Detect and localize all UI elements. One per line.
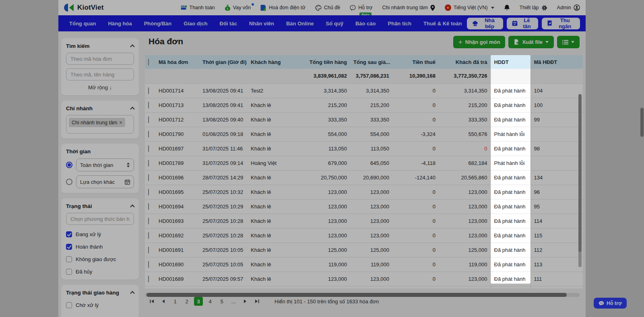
product-search-input[interactable] xyxy=(66,68,134,80)
table-row[interactable]: HD00168925/07/2025 09:57Khách lẻ123,0001… xyxy=(145,272,583,286)
row-checkbox[interactable] xyxy=(148,87,149,94)
status-option[interactable]: Hoàn thành xyxy=(66,244,134,250)
next-page-button[interactable] xyxy=(241,297,250,306)
topbar-link-einvoice[interactable]: Hoá đơn điện tử xyxy=(260,5,305,11)
column-settings-button[interactable] xyxy=(557,36,580,48)
delivery-option[interactable]: Chờ xử lý xyxy=(66,302,134,308)
scrollbar-thumb[interactable] xyxy=(578,94,582,252)
topbar-link-loans[interactable]: $ Vay vốn xyxy=(225,4,251,11)
time-range-select[interactable]: Toàn thời gian xyxy=(76,158,134,171)
nav-item-b-o-c-o[interactable]: Báo cáo xyxy=(350,18,381,29)
row-checkbox[interactable] xyxy=(148,261,149,268)
branch-multiselect[interactable]: Chi nhánh trung tâm × xyxy=(66,115,134,134)
row-checkbox[interactable] xyxy=(148,247,149,253)
branch-selector[interactable]: Chi nhánh trung tâm xyxy=(382,5,435,11)
language-selector[interactable]: ★ Tiếng Việt (VN) xyxy=(445,4,494,11)
brand-logo[interactable]: KiotViet xyxy=(64,3,104,12)
invoice-code-search-input[interactable] xyxy=(66,53,134,65)
topbar-link-payments[interactable]: Thanh toán xyxy=(181,5,215,10)
nav-item-nh-n-vi-n[interactable]: Nhân viên xyxy=(244,18,279,29)
checkbox-checked[interactable] xyxy=(66,231,72,237)
expand-link[interactable]: Mở rộng ↓ xyxy=(66,84,134,91)
collapse-chevron-icon[interactable] xyxy=(130,107,134,111)
checkbox-unchecked[interactable] xyxy=(66,256,72,262)
page-button-1[interactable]: 1 xyxy=(171,297,180,306)
table-row[interactable]: HD00169325/07/2025 10:28Khách lẻ123,0001… xyxy=(145,214,583,228)
page-button-4[interactable]: 4 xyxy=(206,297,215,306)
topbar-link-support[interactable]: ! Hỗ trợ Beta xyxy=(350,5,372,11)
support-fab-button[interactable]: Hỗ trợ xyxy=(594,298,627,309)
table-row[interactable]: HD00169731/07/2025 11:46Khách lẻ113,0501… xyxy=(145,141,583,156)
row-checkbox[interactable] xyxy=(148,276,149,282)
collapse-chevron-icon[interactable] xyxy=(130,204,134,209)
export-file-button[interactable]: Xuất file xyxy=(508,36,554,48)
row-checkbox[interactable] xyxy=(148,160,149,167)
radio-unselected[interactable] xyxy=(66,179,72,185)
user-menu[interactable]: Admin xyxy=(557,4,580,11)
row-checkbox[interactable] xyxy=(148,189,149,196)
table-row[interactable]: HD00171413/08/2025 09:41Test23,314,3503,… xyxy=(145,83,583,98)
remove-tag-icon[interactable]: × xyxy=(119,119,122,126)
nav-item-ph-n-t-ch[interactable]: Phân tích xyxy=(383,18,417,29)
nav-item-h-ng-h-a[interactable]: Hàng hóa xyxy=(103,18,137,29)
page-button-2[interactable]: 2 xyxy=(182,297,191,306)
nav-item-b-n-online[interactable]: Bán Online xyxy=(281,18,319,29)
select-all-checkbox[interactable] xyxy=(148,59,149,66)
notifications-button[interactable] xyxy=(504,4,510,11)
row-checkbox[interactable] xyxy=(148,116,149,123)
col-hddt-code[interactable]: Mã HĐĐT xyxy=(530,55,583,69)
row-checkbox[interactable] xyxy=(148,145,149,152)
table-row[interactable]: HD00169225/07/2025 10:28Khách lẻ123,0001… xyxy=(145,228,583,243)
table-row[interactable]: HD00179001/08/2025 09:18Khách lẻ554,0005… xyxy=(145,127,583,141)
table-row[interactable]: HD00169425/07/2025 10:29Khách lẻ123,0001… xyxy=(145,199,583,214)
table-row[interactable]: HD00169125/07/2025 10:05Khách lẻ125,0001… xyxy=(145,243,583,257)
row-checkbox[interactable] xyxy=(148,131,149,138)
first-page-button[interactable] xyxy=(147,297,156,306)
nav-item-ph-ng-b-n[interactable]: Phòng/Bàn xyxy=(139,18,177,29)
table-row[interactable]: HD00169025/07/2025 10:05Khách lẻ119,0001… xyxy=(145,257,583,272)
row-checkbox[interactable] xyxy=(148,232,149,239)
topbar-link-theme[interactable]: Chủ đề xyxy=(315,5,340,11)
cashier-button[interactable]: Thu ngân xyxy=(542,18,580,29)
scrollbar-thumb[interactable] xyxy=(640,108,644,137)
checkbox-checked[interactable] xyxy=(66,244,72,250)
nav-item-giao-d-ch[interactable]: Giao dịch xyxy=(178,18,213,29)
col-time[interactable]: Thời gian (Giờ đi) xyxy=(199,55,248,69)
nav-item--i-t-c[interactable]: Đối tác xyxy=(215,18,242,29)
sale-method-input[interactable] xyxy=(66,213,134,225)
col-total[interactable]: Tổng tiền hàng xyxy=(298,55,350,69)
prev-page-button[interactable] xyxy=(159,297,168,306)
row-checkbox[interactable] xyxy=(148,203,149,210)
table-vertical-scrollbar[interactable] xyxy=(578,94,582,267)
custom-date-picker[interactable]: Lựa chọn khác xyxy=(76,175,134,188)
nav-item-thu-k-to-n[interactable]: Thuế & Kế toán xyxy=(418,18,467,29)
col-hddt[interactable]: HDDT xyxy=(491,55,530,69)
table-row[interactable]: HD00171313/08/2025 09:41Khách lẻ215,2002… xyxy=(145,98,583,112)
nav-item-s-qu-[interactable]: Sổ quỹ xyxy=(321,18,349,29)
kitchen-button[interactable]: Nhà bếp xyxy=(467,18,503,29)
row-checkbox[interactable] xyxy=(148,102,149,109)
col-invoice-id[interactable]: Mã hóa đơn xyxy=(155,55,199,69)
page-button-3[interactable]: 3 xyxy=(194,297,203,306)
page-button-5[interactable]: 5 xyxy=(217,297,226,306)
col-tax[interactable]: Tiền thuế xyxy=(392,55,439,69)
table-row[interactable]: HD00171213/08/2025 09:40Khách lẻ333,3503… xyxy=(145,112,583,127)
col-paid[interactable]: Khách đã trả xyxy=(439,55,491,69)
last-page-button[interactable] xyxy=(252,297,261,306)
col-after-discount[interactable]: Tổng sau giả... xyxy=(350,55,392,69)
status-option[interactable]: Đã hủy xyxy=(66,269,134,275)
table-row[interactable]: HD00169628/07/2025 14:29Khách lẻ20,750,0… xyxy=(145,170,583,185)
radio-selected[interactable] xyxy=(66,162,72,168)
row-checkbox[interactable] xyxy=(148,174,149,181)
table-row[interactable]: HD00178931/07/2025 09:14Hoàng Việt679,00… xyxy=(145,156,583,170)
collapse-chevron-icon[interactable] xyxy=(130,44,134,49)
status-option[interactable]: Không giao được xyxy=(66,256,134,262)
page-button-...[interactable]: ... xyxy=(229,297,238,306)
checkbox-unchecked[interactable] xyxy=(66,302,72,308)
checkbox-unchecked[interactable] xyxy=(66,269,72,275)
status-option[interactable]: Đang xử lý xyxy=(66,231,134,237)
browser-scrollbar[interactable] xyxy=(640,0,644,317)
settings-button[interactable]: Thiết lập xyxy=(520,5,547,11)
row-checkbox[interactable] xyxy=(148,218,149,224)
collapse-chevron-icon[interactable] xyxy=(130,291,134,295)
